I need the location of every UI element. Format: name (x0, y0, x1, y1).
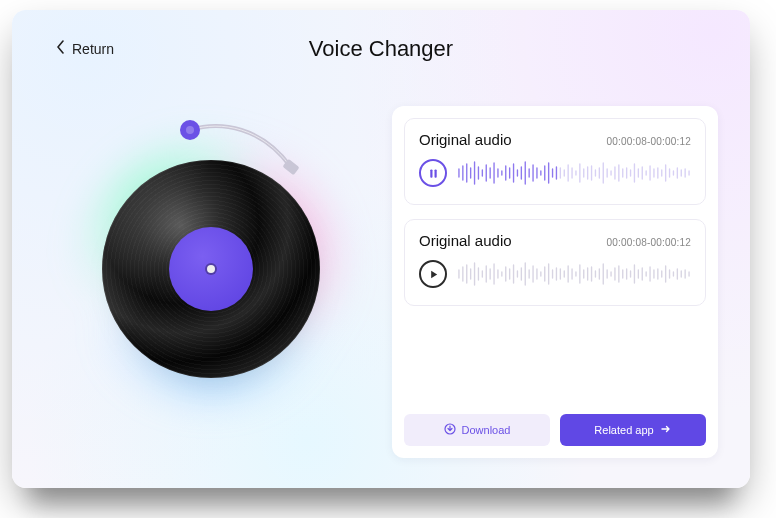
audio-title: Original audio (419, 131, 512, 148)
svg-point-1 (186, 126, 194, 134)
play-button[interactable] (419, 260, 447, 288)
app-window: Return Voice Changer Original audio 00:0… (12, 10, 750, 488)
download-button[interactable]: Download (404, 414, 550, 446)
action-bar: Download Related app (404, 414, 706, 446)
return-label: Return (72, 41, 114, 57)
audio-title: Original audio (419, 232, 512, 249)
pause-icon (428, 168, 439, 179)
audio-card: Original audio 00:00:08-00:00:12 (404, 118, 706, 205)
svg-rect-3 (430, 169, 432, 177)
arrow-right-icon (660, 423, 672, 437)
audio-panel: Original audio 00:00:08-00:00:12 (392, 106, 718, 458)
related-app-label: Related app (594, 424, 653, 436)
svg-point-0 (180, 120, 200, 140)
tonearm-icon (172, 112, 312, 192)
page-title: Voice Changer (12, 36, 750, 62)
return-button[interactable]: Return (56, 40, 114, 57)
audio-time-range: 00:00:08-00:00:12 (606, 136, 691, 147)
waveform (457, 257, 691, 291)
chevron-left-icon (56, 40, 66, 57)
svg-rect-2 (282, 159, 299, 175)
svg-rect-4 (434, 169, 436, 177)
download-label: Download (462, 424, 511, 436)
download-icon (444, 423, 456, 437)
play-icon (428, 269, 439, 280)
related-app-button[interactable]: Related app (560, 414, 706, 446)
vinyl-record-illustration (80, 110, 370, 420)
audio-card: Original audio 00:00:08-00:00:12 (404, 219, 706, 306)
pause-button[interactable] (419, 159, 447, 187)
audio-time-range: 00:00:08-00:00:12 (606, 237, 691, 248)
waveform (457, 156, 691, 190)
